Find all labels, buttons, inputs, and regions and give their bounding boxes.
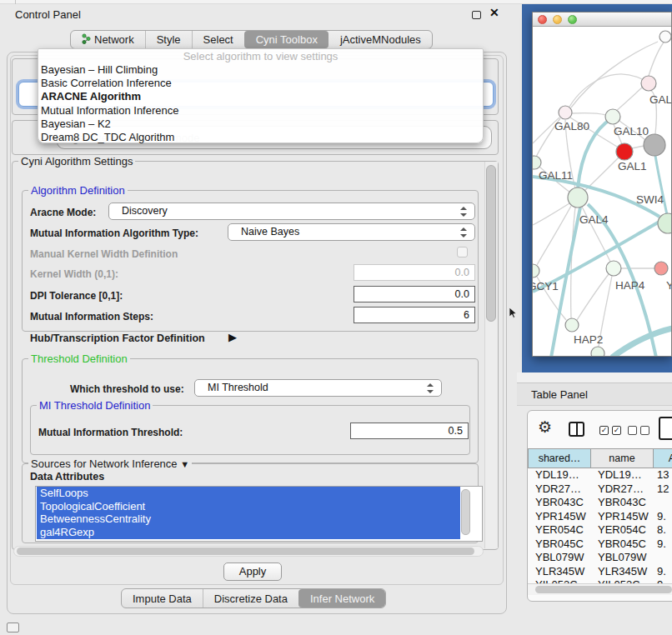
list-scrollbar-thumb[interactable] [461, 489, 470, 535]
bottom-tab-label: Infer Network [310, 592, 374, 605]
network-node[interactable] [659, 31, 671, 42]
network-window-titlebar[interactable] [533, 12, 671, 27]
mi-algorithm-type-label: Mutual Information Algorithm Type: [30, 228, 198, 239]
node-label-gal11: GAL11 [539, 169, 573, 182]
tab-cyni-toolbox[interactable]: Cyni Toolbox [244, 31, 328, 48]
docked-panel-icon[interactable] [7, 622, 19, 632]
manual-kernel-width-checkbox[interactable] [457, 247, 468, 258]
bottom-tab-impute-data[interactable]: Impute Data [122, 589, 203, 608]
control-panel-tabbar: NetworkStyleSelectCyni ToolboxjActiveMNo… [70, 30, 433, 49]
select-all-checkbox-icon[interactable]: ✓ [612, 426, 621, 435]
table-row[interactable]: YER054CYER054C8. [528, 523, 672, 538]
collapse-arrow-icon[interactable]: ▼ [180, 459, 189, 469]
network-node[interactable] [641, 76, 656, 91]
tab-style[interactable]: Style [145, 31, 192, 48]
table-cell: YBR043C [598, 496, 656, 510]
network-node[interactable] [533, 156, 541, 169]
algorithm-option-mutual-information-inference[interactable]: Mutual Information Inference [38, 104, 483, 118]
settings-vertical-scrollbar-thumb[interactable] [486, 165, 496, 322]
close-traffic-light-icon[interactable] [538, 15, 547, 24]
tab-network[interactable]: Network [71, 31, 145, 48]
table-cell: YPR145W [598, 510, 656, 524]
mi-threshold-field[interactable] [350, 422, 469, 439]
gear-icon[interactable]: ⚙ [538, 419, 552, 436]
network-node[interactable] [559, 106, 572, 119]
algorithm-definition-title: Algorithm Definition [28, 184, 128, 197]
aracne-mode-combobox[interactable]: Discovery [108, 202, 475, 220]
attribute-item-selfloops[interactable]: SelfLoops [37, 487, 460, 500]
column-manager-icon[interactable] [569, 422, 584, 437]
network-node[interactable] [568, 188, 588, 208]
mouse-cursor [509, 307, 518, 322]
control-panel-title: Control Panel [15, 8, 81, 21]
bottom-tab-discretize-data[interactable]: Discretize Data [203, 589, 298, 608]
dpi-tolerance-label: DPI Tolerance [0,1]: [30, 290, 123, 302]
table-row[interactable]: YBR043CYBR043C [528, 496, 672, 510]
mi-threshold-definition-title: MI Threshold Definition [37, 399, 153, 412]
algorithm-option-basic-correlation-inference[interactable]: Basic Correlation Inference [38, 77, 483, 90]
which-threshold-combobox[interactable]: MI Threshold [194, 379, 442, 397]
close-icon[interactable]: ✕ [489, 6, 499, 19]
table-row[interactable]: YPR145WYPR145W9. [528, 510, 672, 524]
table-column-header-name[interactable]: name [590, 448, 654, 468]
deselect-all-checkbox-icon[interactable] [628, 426, 637, 435]
hub-transcription-factor-label[interactable]: Hub/Transcription Factor Definition [30, 332, 205, 344]
algorithm-option-bayesian-hill-climbing[interactable]: Bayesian – Hill Climbing [38, 63, 483, 77]
node-label-gal10: GAL10 [614, 125, 649, 138]
apply-button[interactable]: Apply [223, 562, 282, 581]
table-cell: YDL19… [598, 468, 656, 482]
table-column-header-a[interactable]: A [653, 448, 672, 468]
mi-algorithm-type-combobox[interactable]: Naive Bayes [228, 223, 475, 241]
network-node[interactable] [565, 318, 579, 332]
table-cell: YDL19… [535, 468, 596, 482]
deselect-all-checkbox-icon[interactable] [640, 426, 649, 435]
network-node[interactable] [616, 143, 633, 160]
select-all-checkbox-icon[interactable]: ✓ [599, 426, 609, 435]
algorithm-option-aracne-algorithm[interactable]: ARACNE Algorithm [38, 90, 483, 103]
table-cell: 9. [657, 510, 672, 524]
attribute-item-topologicalcoefficient[interactable]: TopologicalCoefficient [37, 500, 460, 513]
kernel-width-field[interactable] [354, 264, 475, 281]
zoom-traffic-light-icon[interactable] [568, 15, 577, 24]
attribute-item-betweennesscentrality[interactable]: BetweennessCentrality [37, 512, 460, 526]
network-node[interactable] [654, 262, 668, 275]
data-attributes-list[interactable]: SelfLoopsTopologicalCoefficientBetweenne… [35, 486, 483, 542]
kernel-width-label: Kernel Width (0,1): [30, 268, 118, 280]
algorithm-option-dream8-dc-tdc-algorithm[interactable]: Dream8 DC_TDC Algorithm [38, 131, 483, 144]
aracne-mode-value: Discovery [122, 205, 168, 217]
mi-threshold-label: Mutual Information Threshold: [38, 427, 183, 438]
network-canvas[interactable]: GALGAL80GAL10GAL1GAL11SWI4GAL4HAP4YGCY1H… [533, 27, 672, 357]
tab-jactivemnodules[interactable]: jActiveMNodules [328, 31, 432, 48]
table-row[interactable]: YDL19…YDL19…13 [528, 468, 672, 482]
table-cell: 9. [657, 538, 672, 552]
bottom-tab-infer-network[interactable]: Infer Network [298, 589, 385, 608]
table-row[interactable]: YBL079WYBL079W [528, 551, 672, 565]
table-row[interactable]: YDR27…YDR27…12 [528, 482, 672, 497]
network-node[interactable] [533, 264, 539, 278]
table-cell: 8. [657, 523, 672, 538]
export-table-icon[interactable] [659, 417, 672, 440]
minimize-traffic-light-icon[interactable] [553, 15, 562, 24]
settings-horizontal-scrollbar-thumb[interactable] [17, 548, 474, 555]
table-row[interactable]: YBR045CYBR045C9. [528, 538, 672, 552]
table-cell: YER054C [598, 523, 656, 538]
tab-select[interactable]: Select [192, 31, 244, 48]
sources-title[interactable]: Sources for Network Inference ▼ [28, 458, 192, 470]
node-label-hap2: HAP2 [574, 333, 603, 346]
float-panel-icon[interactable] [472, 11, 481, 19]
mi-steps-field[interactable] [354, 307, 475, 323]
dpi-tolerance-field[interactable] [354, 286, 475, 302]
expand-arrow-icon[interactable]: ▶ [228, 331, 237, 343]
table-column-header-shared[interactable]: shared… [528, 448, 591, 468]
tab-label: Cyni Toolbox [256, 33, 318, 46]
table-cell: 13 [657, 468, 672, 482]
table-horizontal-scrollbar-thumb[interactable] [535, 586, 672, 593]
table-row[interactable]: YLR345WYLR345W9. [528, 565, 672, 579]
network-node[interactable] [591, 347, 604, 357]
network-node[interactable] [605, 109, 620, 124]
network-node[interactable] [658, 213, 672, 233]
spinner-arrows-icon [460, 206, 467, 218]
attribute-item-gal4rgexp[interactable]: gal4RGexp [37, 526, 460, 539]
algorithm-option-bayesian-k2[interactable]: Bayesian – K2 [38, 118, 483, 131]
network-node[interactable] [606, 261, 621, 276]
